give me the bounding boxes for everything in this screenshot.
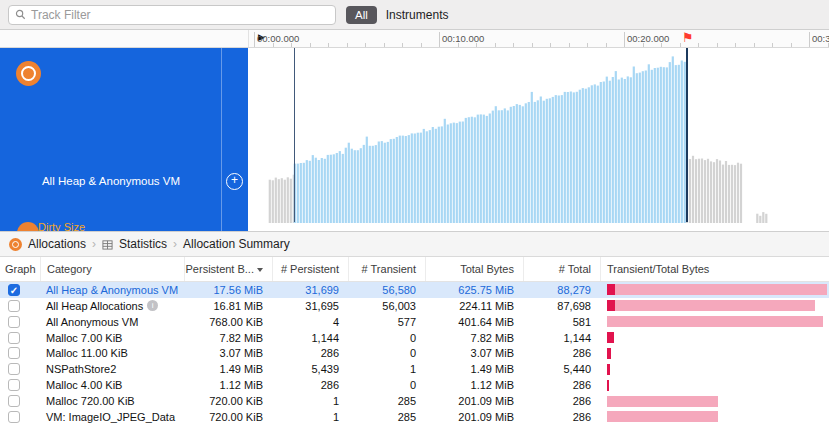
ruler-tick xyxy=(735,43,736,47)
total-bytes-cell: 1.49 MiB xyxy=(425,363,523,375)
table-row[interactable]: Malloc 720.00 KiB 720.00 KiB 1 285 201.0… xyxy=(0,393,829,409)
graph-checkbox[interactable] xyxy=(8,316,20,328)
persistent-bytes-cell: 1.49 MiB xyxy=(184,363,272,375)
track-header-allocations[interactable]: All Heap & Anonymous VM + Dirty Size xyxy=(0,48,248,231)
table-row[interactable]: ✓ All Heap & Anonymous VM 17.56 MiB 31,6… xyxy=(0,282,829,298)
info-icon[interactable]: i xyxy=(147,300,158,311)
graph-checkbox[interactable] xyxy=(8,347,20,359)
ruler-tick xyxy=(698,43,699,47)
transient-count-cell: 285 xyxy=(348,395,425,407)
transient-total-bar-cell xyxy=(600,409,829,425)
col-header-persistent-bytes-label: Persistent B... xyxy=(186,263,254,275)
col-header-persistent-bytes[interactable]: Persistent B... xyxy=(184,257,272,281)
ruler-label: 00:20.000 xyxy=(627,33,669,44)
persistent-bar xyxy=(607,332,614,343)
graph-cell xyxy=(0,411,40,423)
graph-checkbox[interactable] xyxy=(8,300,20,312)
ruler-tick xyxy=(550,43,551,47)
col-header-category[interactable]: Category xyxy=(40,257,184,281)
instrument-filter-segment: All Instruments xyxy=(346,6,448,24)
table-row[interactable]: NSPathStore2 1.49 MiB 5,439 1 1.49 MiB 5… xyxy=(0,361,829,377)
category-cell: VM: ImageIO_JPEG_Data xyxy=(40,411,184,423)
total-count-cell: 87,698 xyxy=(523,300,600,312)
col-header-graph[interactable]: Graph xyxy=(0,257,40,281)
persistent-count-cell: 31,699 xyxy=(272,284,348,296)
persistent-bar xyxy=(607,364,610,375)
col-header-total-count[interactable]: # Total xyxy=(523,257,600,281)
playhead-line[interactable] xyxy=(686,48,688,222)
total-bytes-cell: 7.82 MiB xyxy=(425,332,523,344)
total-bytes-cell: 3.07 MiB xyxy=(425,347,523,359)
transient-count-cell: 0 xyxy=(348,379,425,391)
persistent-count-cell: 5,439 xyxy=(272,363,348,375)
col-header-transient-count[interactable]: # Transient xyxy=(348,257,425,281)
allocations-icon xyxy=(9,238,22,251)
ruler-tick xyxy=(532,43,533,47)
ruler-tick xyxy=(495,43,496,47)
col-header-persistent-count[interactable]: # Persistent xyxy=(272,257,348,281)
graph-checkbox[interactable] xyxy=(8,379,20,391)
persistent-bytes-cell: 1.12 MiB xyxy=(184,379,272,391)
allocations-histogram xyxy=(248,48,829,231)
transient-count-cell: 56,003 xyxy=(348,300,425,312)
time-ruler-scale[interactable]: ▶ ⚑ 00:00.00000:10.00000:20.00000:30.000 xyxy=(248,30,829,47)
category-cell: Malloc 11.00 KiB xyxy=(40,347,184,359)
persistent-count-cell: 1 xyxy=(272,411,348,423)
flag-icon[interactable]: ⚑ xyxy=(682,30,694,45)
graph-cell xyxy=(0,395,40,407)
ruler-tick xyxy=(458,43,459,47)
persistent-count-cell: 4 xyxy=(272,316,348,328)
graph-checkbox[interactable] xyxy=(8,332,20,344)
track-filter-input[interactable]: Track Filter xyxy=(8,5,336,25)
persistent-bytes-cell: 720.00 KiB xyxy=(184,395,272,407)
breadcrumb-allocations[interactable]: Allocations xyxy=(28,237,86,251)
persistent-count-cell: 1 xyxy=(272,395,348,407)
sort-descending-icon xyxy=(257,268,263,272)
persistent-bar xyxy=(607,284,615,295)
transient-count-cell: 0 xyxy=(348,332,425,344)
table-row[interactable]: Malloc 7.00 KiB 7.82 MiB 1,144 0 7.82 Mi… xyxy=(0,330,829,346)
table-row[interactable]: All Anonymous VM 768.00 KiB 4 577 401.64… xyxy=(0,314,829,330)
persistent-bytes-cell: 3.07 MiB xyxy=(184,347,272,359)
col-header-transient-total-bytes[interactable]: Transient/Total Bytes xyxy=(600,257,829,281)
total-count-cell: 286 xyxy=(523,379,600,391)
graph-checkbox[interactable] xyxy=(8,411,20,423)
transient-total-bar-cell xyxy=(600,346,829,362)
ruler-tick xyxy=(476,43,477,47)
ruler-tick xyxy=(680,43,681,47)
transient-count-cell: 1 xyxy=(348,363,425,375)
ruler-tick xyxy=(384,43,385,47)
ruler-tick xyxy=(661,43,662,47)
ruler-tick xyxy=(439,32,440,47)
graph-checkbox[interactable] xyxy=(8,395,20,407)
graph-checkbox[interactable] xyxy=(8,363,20,375)
allocations-graph-lane[interactable] xyxy=(248,48,829,231)
ruler-tick xyxy=(809,32,810,47)
search-icon xyxy=(15,9,26,20)
table-row[interactable]: All Heap Allocationsi 16.81 MiB 31,695 5… xyxy=(0,298,829,314)
persistent-count-cell: 286 xyxy=(272,347,348,359)
category-label: Malloc 11.00 KiB xyxy=(46,347,128,359)
ruler-tick xyxy=(365,43,366,47)
dirty-size-label[interactable]: Dirty Size xyxy=(38,221,85,231)
table-row[interactable]: VM: ImageIO_JPEG_Data 720.00 KiB 1 285 2… xyxy=(0,409,829,425)
filter-all-button[interactable]: All xyxy=(346,6,377,24)
table-row[interactable]: Malloc 11.00 KiB 3.07 MiB 286 0 3.07 MiB… xyxy=(0,346,829,362)
ruler-tick xyxy=(328,43,329,47)
total-count-cell: 286 xyxy=(523,411,600,423)
col-header-total-bytes[interactable]: Total Bytes xyxy=(425,257,523,281)
table-row[interactable]: Malloc 4.00 KiB 1.12 MiB 286 0 1.12 MiB … xyxy=(0,377,829,393)
transient-total-bar-cell xyxy=(600,361,829,377)
graph-checkbox[interactable]: ✓ xyxy=(8,284,20,296)
filter-instruments-label[interactable]: Instruments xyxy=(386,8,449,22)
graph-cell xyxy=(0,316,40,328)
breadcrumb-allocation-summary[interactable]: Allocation Summary xyxy=(183,237,290,251)
ruler-tick xyxy=(291,43,292,47)
next-track-icon xyxy=(17,222,39,231)
ruler-tick xyxy=(587,43,588,47)
transient-count-cell: 285 xyxy=(348,411,425,423)
expand-track-button[interactable]: + xyxy=(226,173,243,190)
breadcrumb-statistics[interactable]: Statistics xyxy=(119,237,167,251)
total-count-cell: 581 xyxy=(523,316,600,328)
ruler-tick xyxy=(347,43,348,47)
